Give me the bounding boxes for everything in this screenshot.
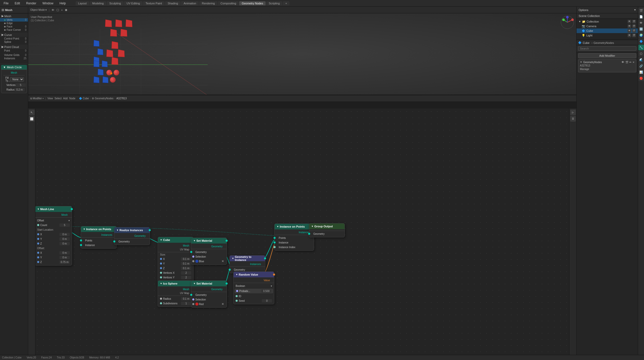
point-cloud-section-header[interactable]: ▶ Point Cloud <box>0 45 28 49</box>
node-cube[interactable]: ▼ Cube Mesh UV Map Size: X 0.1 m <box>158 237 194 286</box>
cube-eye[interactable]: 👁 <box>628 29 631 33</box>
node-add-menu[interactable]: Add <box>63 97 68 100</box>
node-tool-box[interactable]: ⬜ <box>29 116 35 122</box>
cube-render[interactable]: 🎬 <box>632 29 636 33</box>
view-icon[interactable]: 👁 <box>52 8 54 12</box>
node-set-material-blue[interactable]: ▼ Set Material Geometry Geometry <box>191 238 227 265</box>
node-set-material-red[interactable]: ▼ Set Material Geometry Geometry <box>191 280 227 308</box>
curve-section-header[interactable]: ▶ Curve <box>0 33 28 37</box>
collection-render[interactable]: 🎬 <box>632 20 636 23</box>
add-icon[interactable]: + <box>61 8 63 12</box>
add-modifier-btn[interactable]: Add Modifier <box>578 53 636 58</box>
menu-render[interactable]: Render <box>25 1 38 6</box>
prop-icon-render[interactable]: 🎬 <box>638 8 644 13</box>
node-mesh-line[interactable]: ▼ Mesh Line Mesh Offset ▾ Count <box>35 206 72 266</box>
node-select-menu[interactable]: Select <box>54 97 62 100</box>
node-instance-on-points-left[interactable]: ▼ Instance on Points Instances Points <box>81 226 117 249</box>
start-x-value[interactable]: 0 m <box>59 233 70 236</box>
tab-shading[interactable]: Shading <box>165 1 180 5</box>
point-item[interactable]: Point 0 <box>0 49 28 52</box>
prop-icon-particles[interactable]: ⬡ <box>638 51 644 56</box>
offset-z-value[interactable]: 0.75 m <box>59 260 70 264</box>
spline-item[interactable]: Spline 0 <box>0 40 28 44</box>
offset-dropdown-icon[interactable]: ▾ <box>68 219 70 222</box>
viewport-canvas[interactable]: User Perspective (1) Collection | Cube <box>28 13 576 95</box>
face-corner-item[interactable]: Face Corner 0 <box>0 28 28 32</box>
tab-texture-paint[interactable]: Texture Paint <box>143 1 165 5</box>
ico-radius-value[interactable]: 0.1 m <box>181 297 191 300</box>
modifier-remove[interactable]: ✕ <box>632 61 635 64</box>
set-material-blue-mat-name[interactable]: Blue <box>199 260 221 263</box>
node-group-output[interactable]: ▼ Group Output Geometry <box>309 223 345 237</box>
cube-x-value[interactable]: 0.1 m <box>181 257 191 261</box>
object-icon[interactable]: ◉ <box>65 8 67 12</box>
node-ico-sphere[interactable]: ▼ Ico Sphere Mesh UV Map Radius 0.1 m <box>158 280 194 307</box>
tab-uv-editing[interactable]: UV Editing <box>124 1 143 5</box>
cube-verts-y-value[interactable]: 2 <box>181 276 191 279</box>
set-material-blue-remove[interactable]: ✕ <box>221 259 225 263</box>
menu-edit[interactable]: Edit <box>13 1 22 6</box>
camera-eye[interactable]: 👁 <box>628 24 631 28</box>
options-arrow[interactable]: ▾ <box>634 8 636 12</box>
vertices-value[interactable]: 5 <box>16 83 26 87</box>
ico-subdivisions-value[interactable]: 1 <box>181 302 191 305</box>
collection-eye[interactable]: 👁 <box>628 20 631 23</box>
breadcrumb-cube[interactable]: 🔷 Cube <box>79 97 89 100</box>
prop-icon-modifier[interactable]: 🔧 <box>638 45 644 50</box>
node-tree-type[interactable]: ⧉ Modifier ▾ <box>30 97 44 100</box>
light-render[interactable]: 🎬 <box>632 34 636 37</box>
prop-icon-constraints[interactable]: 🔗 <box>638 63 644 69</box>
camera-render[interactable]: 🎬 <box>632 24 636 28</box>
node-geo-to-instance[interactable]: ▼ Geometry to Instance Instances Geometr… <box>229 255 265 273</box>
prop-icon-view[interactable]: 👁 <box>638 20 644 26</box>
cube-z-value[interactable]: 0.1 m <box>181 267 191 270</box>
tab-rendering[interactable]: Rendering <box>199 1 217 5</box>
manage-label[interactable]: Manage <box>580 68 589 71</box>
tab-scripting[interactable]: Scripting <box>266 1 282 5</box>
random-probability-row[interactable]: Probabi... 0.500 <box>235 289 273 293</box>
toolbar-toggle[interactable]: ☰ <box>570 116 576 122</box>
tab-geometry-nodes[interactable]: Geometry Nodes <box>239 1 266 5</box>
start-z-value[interactable]: 0 m <box>59 242 70 245</box>
prop-icon-scene[interactable]: 🔢 <box>638 26 644 32</box>
node-tool-select[interactable]: ↖ <box>29 110 35 115</box>
tab-sculpting[interactable]: Sculpting <box>107 1 123 5</box>
node-instance-on-points-right[interactable]: ▼ Instance on Points Instances Points <box>274 223 314 251</box>
start-y-value[interactable]: 0 m <box>59 237 70 241</box>
control-point-item[interactable]: Control Point: 0 <box>0 37 28 40</box>
light-eye[interactable]: 👁 <box>628 34 631 37</box>
collection-item-collection[interactable]: ▼ 📁 Collection 👁 🎬 <box>577 19 638 24</box>
offset-x-value[interactable]: 0 m <box>59 251 70 255</box>
tab-modeling[interactable]: Modeling <box>90 1 106 5</box>
cube-verts-x-value[interactable]: 2 <box>181 271 191 275</box>
prop-icon-output[interactable]: 📄 <box>638 14 644 20</box>
collection-item-camera[interactable]: 📷 Camera 👁 🎬 <box>577 24 638 28</box>
select-icon[interactable]: ▢ <box>56 8 59 12</box>
volume-grids-item[interactable]: Volume Grids 0 <box>0 53 28 57</box>
orientation-gizmo[interactable] <box>560 15 575 30</box>
prop-icon-physics[interactable]: 🌊 <box>638 57 644 63</box>
cube-y-value[interactable]: 0.1 m <box>181 262 191 265</box>
prop-icon-material[interactable]: 🔴 <box>638 75 644 81</box>
node-random-value[interactable]: ▼ Random Value Value Boolean ▾ <box>233 271 274 304</box>
menu-window[interactable]: Window <box>41 1 55 6</box>
menu-help[interactable]: Help <box>58 1 67 6</box>
offset-y-value[interactable]: 0 m <box>59 256 70 259</box>
modifier-collapse-arrow[interactable]: ▼ <box>580 61 582 63</box>
random-seed-value[interactable]: 0 <box>262 299 272 303</box>
viewport-mode-select[interactable]: Object Mode ▾ <box>30 8 47 11</box>
node-node-menu[interactable]: Node <box>69 97 75 100</box>
properties-search-input[interactable] <box>578 46 636 51</box>
node-editor[interactable]: ▼ Mesh Line Mesh Offset ▾ Count <box>28 102 576 355</box>
fill-type-select[interactable]: None <box>10 77 24 82</box>
modifier-visibility-eye[interactable]: 👁 <box>621 61 624 64</box>
verts-item[interactable]: Verts 0 <box>0 18 28 22</box>
collection-item-cube[interactable]: 🔷 Cube 👁 🎬 <box>577 28 638 33</box>
edge-item[interactable]: Edge <box>0 22 28 25</box>
sidebar-toggle[interactable]: ▷ <box>570 110 576 115</box>
breadcrumb-geometry-nodes[interactable]: ⚙ GeometryNodes <box>92 97 114 100</box>
prop-icon-object[interactable]: 🔷 <box>638 38 644 44</box>
modifier-render-cam[interactable]: 🎬 <box>625 61 628 64</box>
geo-nodes-link[interactable]: GeometryNodes <box>593 41 614 44</box>
mesh-section-header[interactable]: ▶ Mesh <box>0 14 28 18</box>
